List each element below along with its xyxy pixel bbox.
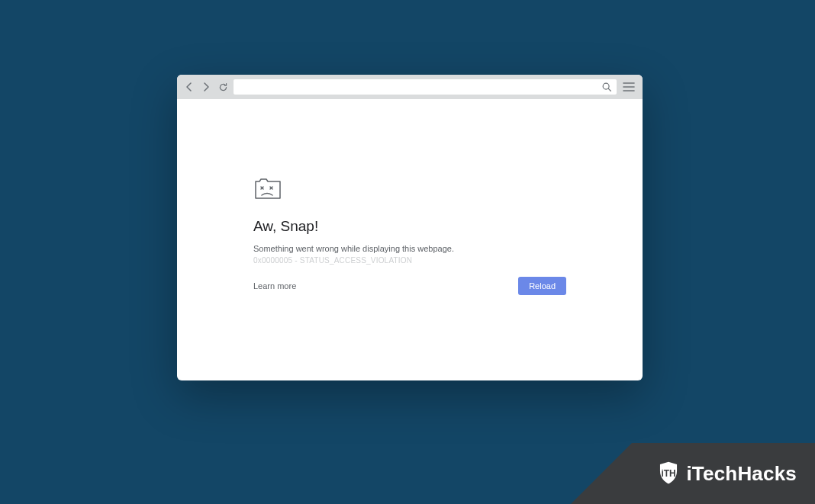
learn-more-link[interactable]: Learn more [253,281,296,291]
svg-line-1 [608,88,610,91]
url-input[interactable] [238,82,601,91]
reload-icon [218,82,228,92]
browser-toolbar [177,75,643,99]
watermark-banner: iTH iTechHacks [571,443,815,504]
hamburger-icon [623,82,635,91]
back-button[interactable] [183,81,195,93]
itechhacks-logo-icon: iTH [656,461,681,486]
menu-button[interactable] [621,79,636,95]
error-code: 0x0000005 - STATUS_ACCESS_VIOLATION [253,256,566,265]
url-bar[interactable] [234,79,617,95]
aw-snap-icon [253,175,566,203]
error-page: Aw, Snap! Something went wrong while dis… [177,99,643,295]
error-title: Aw, Snap! [253,218,566,235]
forward-button[interactable] [200,81,212,93]
watermark-text: iTechHacks [686,462,797,486]
browser-window: Aw, Snap! Something went wrong while dis… [177,75,643,380]
search-icon [601,82,612,92]
reload-nav-button[interactable] [217,81,229,93]
error-message: Something went wrong while displaying th… [253,244,566,253]
error-actions: Learn more Reload [253,277,566,295]
svg-text:iTH: iTH [662,468,676,479]
chevron-right-icon [201,82,211,91]
reload-button[interactable]: Reload [518,277,566,295]
chevron-left-icon [185,82,194,91]
